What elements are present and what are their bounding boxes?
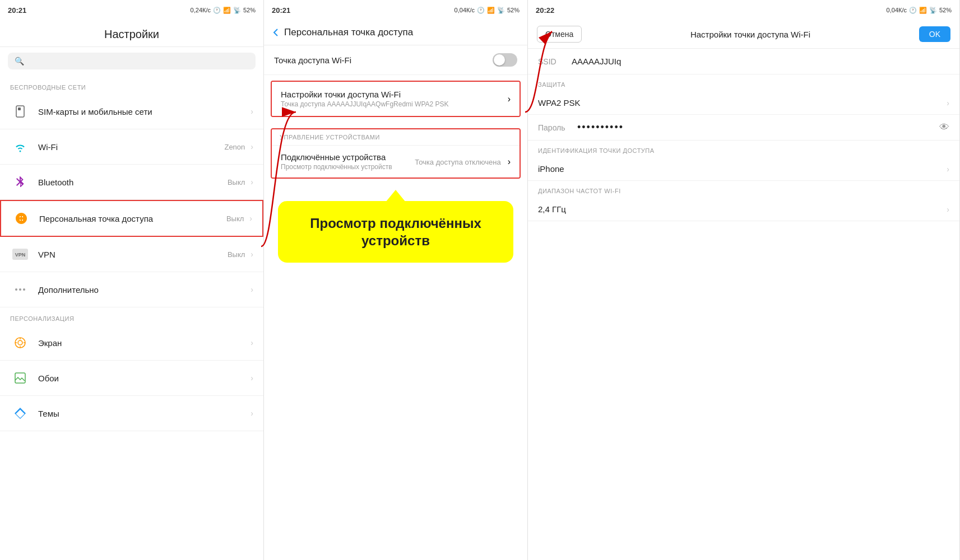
clock-icon: 🕐 xyxy=(213,7,221,14)
status-icons-2: 0,04К/с 🕐 📶 📡 52% xyxy=(455,7,520,14)
protection-chevron: › xyxy=(947,99,949,108)
screen-title: Экран xyxy=(38,338,251,348)
vpn-title: VPN xyxy=(38,250,228,259)
back-button[interactable] xyxy=(273,28,279,37)
wifi-status-icon-2: 📶 xyxy=(487,7,495,14)
hotspot-title: Персональная точка доступа xyxy=(284,27,413,38)
vpn-chevron: › xyxy=(251,250,253,259)
hotspot-settings-title: Настройки точки доступа Wi-Fi xyxy=(281,90,508,99)
sim-chevron: › xyxy=(251,107,253,116)
callout-arrow xyxy=(386,190,406,202)
battery-1: 52% xyxy=(243,7,256,13)
wallpaper-title: Обои xyxy=(38,374,251,383)
ok-button[interactable]: OK xyxy=(919,26,950,42)
svg-rect-14 xyxy=(15,373,25,383)
hotspot-id-row[interactable]: iPhone › xyxy=(528,157,959,181)
sim-item[interactable]: SIM-карты и мобильные сети › xyxy=(0,94,263,129)
wallpaper-item[interactable]: Обои › xyxy=(0,361,263,396)
vpn-item[interactable]: VPN VPN Выкл › xyxy=(0,237,263,272)
time-1: 20:21 xyxy=(8,6,26,15)
protection-row[interactable]: WPA2 PSK › xyxy=(528,91,959,115)
freq-row[interactable]: 2,4 ГГц › xyxy=(528,198,959,221)
time-2: 20:21 xyxy=(272,6,290,15)
signal-icon-2: 📡 xyxy=(497,7,505,14)
themes-chevron: › xyxy=(251,409,253,418)
bluetooth-chevron: › xyxy=(251,178,253,186)
battery-3: 52% xyxy=(939,7,952,13)
settings-title: Настройки xyxy=(10,28,253,41)
wifi-toggle-label: Точка доступа Wi-Fi xyxy=(274,55,351,65)
search-icon: 🔍 xyxy=(15,57,24,66)
search-bar[interactable]: 🔍 xyxy=(8,53,256,69)
settings-panel: 20:21 0,24К/с 🕐 📶 📡 52% Настройки 🔍 БЕСП… xyxy=(0,0,264,560)
screen-icon xyxy=(10,333,30,353)
callout-text: Просмотр подключённых устройств xyxy=(298,214,493,249)
speed-3: 0,04К/с xyxy=(887,7,907,13)
wifi-settings-panel: 20:22 0,04К/с 🕐 📶 📡 52% Отмена Настройки… xyxy=(528,0,960,560)
device-item-chevron: › xyxy=(508,157,511,167)
vpn-icon: VPN xyxy=(10,244,30,264)
hotspot-header: Персональная точка доступа xyxy=(264,20,527,45)
eye-icon[interactable]: 👁 xyxy=(939,122,949,133)
svg-rect-1 xyxy=(18,108,21,110)
hotspot-id-section-header: ИДЕНТИФИКАЦИЯ ТОЧКИ ДОСТУПА xyxy=(528,141,959,157)
hotspot-item[interactable]: Персональная точка доступа Выкл › xyxy=(0,200,263,237)
bluetooth-value: Выкл xyxy=(228,178,245,186)
wifi-icon xyxy=(10,137,30,157)
hotspot-panel: 20:21 0,04К/с 🕐 📶 📡 52% Персональная точ… xyxy=(264,0,528,560)
status-bar-3: 20:22 0,04К/с 🕐 📶 📡 52% xyxy=(528,0,959,20)
additional-chevron: › xyxy=(251,285,253,294)
personalization-section-header: ПЕРСОНАЛИЗАЦИЯ xyxy=(0,307,263,325)
wifi-settings-header: Отмена Настройки точки доступа Wi-Fi OK xyxy=(528,20,959,49)
wifi-status-icon-3: 📶 xyxy=(919,7,927,14)
wallpaper-icon xyxy=(10,368,30,388)
speed-2: 0,04К/с xyxy=(455,7,475,13)
hotspot-title: Персональная точка доступа xyxy=(39,214,226,223)
status-icons-1: 0,24К/с 🕐 📶 📡 52% xyxy=(191,7,256,14)
hotspot-settings-chevron: › xyxy=(508,94,511,104)
password-label: Пароль xyxy=(538,123,577,132)
sim-title: SIM-карты и мобильные сети xyxy=(38,107,251,116)
ssid-value: AAAAAJJUIq xyxy=(572,57,949,66)
clock-icon-3: 🕐 xyxy=(909,7,917,14)
wallpaper-chevron: › xyxy=(251,374,253,382)
additional-item[interactable]: Дополнительно › xyxy=(0,272,263,307)
freq-section-header: ДИАПАЗОН ЧАСТОТ WI-FI xyxy=(528,181,959,198)
svg-point-5 xyxy=(15,288,17,291)
hotspot-chevron: › xyxy=(249,214,252,223)
screen-chevron: › xyxy=(251,338,253,347)
hotspot-id-value: iPhone xyxy=(538,164,947,174)
additional-title: Дополнительно xyxy=(38,285,251,295)
wireless-section-header: БЕСПРОВОДНЫЕ СЕТИ xyxy=(0,76,263,94)
settings-header: Настройки xyxy=(0,20,263,47)
ssid-label: SSID xyxy=(538,57,572,66)
settings-content: БЕСПРОВОДНЫЕ СЕТИ SIM-карты и мобильные … xyxy=(0,76,263,560)
callout-bubble: Просмотр подключённых устройств xyxy=(278,201,513,263)
hotspot-icon xyxy=(11,208,31,228)
vpn-value: Выкл xyxy=(228,250,245,259)
status-bar-2: 20:21 0,04К/с 🕐 📶 📡 52% xyxy=(264,0,527,20)
wifi-settings-content: SSID AAAAAJJUIq ЗАЩИТА WPA2 PSK › Пароль… xyxy=(528,49,959,560)
status-icons-3: 0,04К/с 🕐 📶 📡 52% xyxy=(887,7,952,14)
bluetooth-icon xyxy=(10,172,30,192)
themes-item[interactable]: Темы › xyxy=(0,396,263,431)
freq-value: 2,4 ГГц xyxy=(538,204,947,214)
bluetooth-item[interactable]: Bluetooth Выкл › xyxy=(0,165,263,200)
wifi-toggle-row[interactable]: Точка доступа Wi-Fi xyxy=(264,45,527,75)
screen-item[interactable]: Экран › xyxy=(0,325,263,361)
device-section: УПРАВЛЕНИЕ УСТРОЙСТВАМИ Подключённые уст… xyxy=(271,128,521,179)
svg-text:VPN: VPN xyxy=(15,252,26,258)
bluetooth-title: Bluetooth xyxy=(38,178,228,187)
hotspot-settings-item[interactable]: Настройки точки доступа Wi-Fi Точка дост… xyxy=(271,81,521,117)
wifi-toggle[interactable] xyxy=(493,53,517,67)
toggle-knob xyxy=(494,54,505,66)
device-section-header: УПРАВЛЕНИЕ УСТРОЙСТВАМИ xyxy=(272,129,520,146)
wifi-item[interactable]: Wi-Fi Zenon › xyxy=(0,129,263,165)
device-item-subtitle: Просмотр подключённых устройств xyxy=(281,163,415,171)
device-item[interactable]: Подключённые устройства Просмотр подключ… xyxy=(272,146,520,178)
cancel-button[interactable]: Отмена xyxy=(537,26,582,43)
wifi-title: Wi-Fi xyxy=(38,142,224,152)
hotspot-value: Выкл xyxy=(226,214,244,223)
additional-icon xyxy=(10,279,30,300)
svg-point-7 xyxy=(23,288,25,291)
